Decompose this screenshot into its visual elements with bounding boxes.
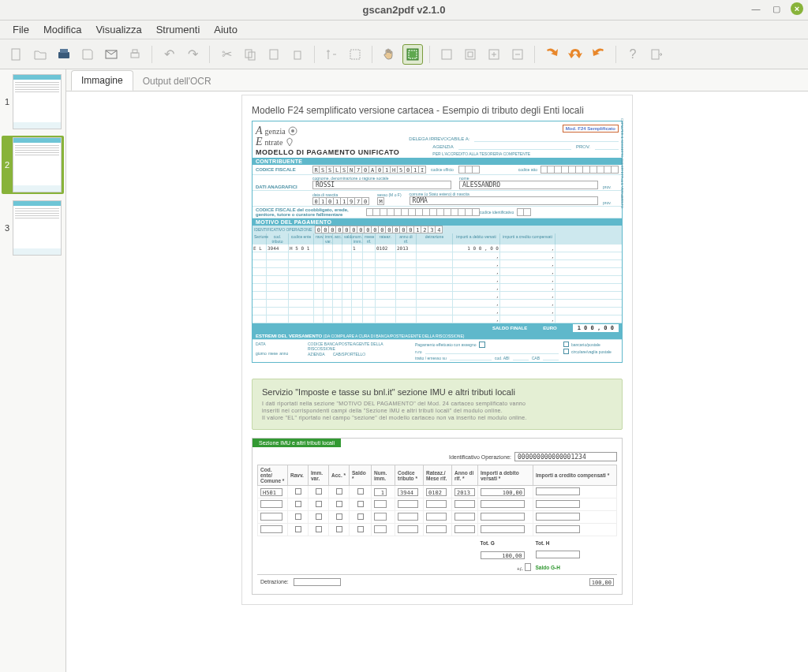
svg-rect-10 xyxy=(350,50,360,59)
svg-rect-0 xyxy=(12,49,20,60)
paste-icon[interactable] xyxy=(264,44,284,65)
thumbnail-3[interactable]: 3 xyxy=(2,199,64,257)
selectall-icon[interactable] xyxy=(345,44,365,65)
thumbnail-2[interactable]: 2 xyxy=(2,136,64,194)
minimize-button[interactable]: — xyxy=(750,2,762,15)
thumbnail-panel: 1 2 3 xyxy=(0,69,66,672)
menu-edit[interactable]: Modifica xyxy=(37,21,88,38)
hand-icon[interactable] xyxy=(379,44,399,65)
svg-rect-13 xyxy=(442,50,451,59)
new-icon[interactable] xyxy=(6,44,27,65)
zoomout-icon[interactable] xyxy=(507,44,528,65)
section-contribuente: CONTRIBUENTE xyxy=(252,158,622,165)
f24-badge: Mod. F24 Semplificato xyxy=(563,125,619,133)
svg-rect-4 xyxy=(131,53,139,58)
svg-rect-9 xyxy=(294,51,301,59)
window-title: gscan2pdf v2.1.0 xyxy=(363,4,446,16)
rotate-ccw-icon[interactable] xyxy=(589,44,609,65)
svg-point-20 xyxy=(291,129,294,133)
help-icon[interactable]: ? xyxy=(623,44,643,65)
maximize-button[interactable]: ▢ xyxy=(770,2,783,15)
online-table: Cod. ente/ Comune * Ravv. Imm. var. Acc.… xyxy=(257,465,617,574)
rotate-180-icon[interactable] xyxy=(565,44,585,65)
online-id-input: 000000000000001234 xyxy=(514,452,617,461)
page-heading: Modello F24 semplificato versione cartac… xyxy=(252,105,623,116)
scanned-page: Modello F24 semplificato versione cartac… xyxy=(241,95,633,605)
redo-icon[interactable]: ↷ xyxy=(182,44,203,65)
entrate-logo: Entrate xyxy=(256,136,399,148)
tab-image[interactable]: Immagine xyxy=(71,70,133,91)
saldo-row: SALDO FINALE EURO 1 0 0 , 0 0 xyxy=(252,323,622,333)
menu-tools[interactable]: Strumenti xyxy=(150,21,207,38)
online-row-2 xyxy=(258,498,617,511)
online-row-1: H501 1 3944 0102 2013 100,00 xyxy=(258,486,617,498)
svg-rect-8 xyxy=(270,50,278,59)
detrazione-input xyxy=(294,578,341,586)
menu-file[interactable]: File xyxy=(6,21,36,38)
f24-form: Agenzia Entrate MODELLO DI PAGAMENTO UNI… xyxy=(252,121,623,363)
note-title: Servizio "Imposte e tasse su bnl.it" sez… xyxy=(262,387,612,397)
svg-rect-5 xyxy=(133,50,137,53)
copy-icon[interactable] xyxy=(240,44,260,65)
svg-rect-2 xyxy=(60,49,68,53)
cut-icon[interactable]: ✂ xyxy=(216,44,237,65)
online-row-4 xyxy=(258,524,617,536)
section-motivo: MOTIVO DEL PAGAMENTO xyxy=(252,218,622,226)
print-icon[interactable] xyxy=(125,44,145,65)
payment-row-1: E L 3944 H 5 0 1 1 0102 2013 1 0 0 , 0 0 xyxy=(252,245,622,252)
select-icon[interactable] xyxy=(402,44,423,65)
open-icon[interactable] xyxy=(30,44,50,65)
quit-icon[interactable] xyxy=(646,44,667,65)
svg-rect-18 xyxy=(652,50,659,59)
section-estremi: ESTREMI DEL VERSAMENTO (DA COMPILARE A C… xyxy=(252,333,622,339)
scan-icon[interactable] xyxy=(54,44,74,65)
menu-help[interactable]: Aiuto xyxy=(208,21,244,38)
online-tab: Sezione IMU e altri tributi locali xyxy=(252,439,341,447)
renumber-icon[interactable] xyxy=(321,44,342,65)
title-bar: gscan2pdf v2.1.0 — ▢ × xyxy=(0,0,808,21)
toolbar: ↶ ↷ ✂ ? xyxy=(0,39,808,69)
view-tabs: Immagine Output dell'OCR xyxy=(66,69,808,91)
tab-ocr[interactable]: Output dell'OCR xyxy=(133,72,221,91)
save-icon[interactable] xyxy=(77,44,98,65)
menu-view[interactable]: Visualizza xyxy=(89,21,148,38)
delete-icon[interactable] xyxy=(287,44,308,65)
rotate-cw-icon[interactable] xyxy=(541,44,562,65)
svg-rect-1 xyxy=(58,52,69,58)
image-view[interactable]: Modello F24 semplificato versione cartac… xyxy=(66,91,808,672)
note-box: Servizio "Imposte e tasse su bnl.it" sez… xyxy=(252,379,623,430)
svg-rect-14 xyxy=(466,50,475,59)
zoom100-icon[interactable] xyxy=(436,44,457,65)
zoomin-icon[interactable] xyxy=(484,44,504,65)
saldo-gh-value: 100,00 xyxy=(589,578,614,586)
menu-bar: File Modifica Visualizza Strumenti Aiuto xyxy=(0,21,808,39)
undo-icon[interactable]: ↶ xyxy=(159,44,179,65)
zoomfit-icon[interactable] xyxy=(460,44,481,65)
online-row-3 xyxy=(258,511,617,524)
online-section: Sezione IMU e altri tributi locali Ident… xyxy=(252,438,623,595)
email-icon[interactable] xyxy=(101,44,122,65)
thumbnail-1[interactable]: 1 xyxy=(2,73,64,131)
close-button[interactable]: × xyxy=(791,2,803,15)
svg-rect-15 xyxy=(468,52,473,57)
f24-title: MODELLO DI PAGAMENTO UNIFICATO xyxy=(256,148,399,156)
